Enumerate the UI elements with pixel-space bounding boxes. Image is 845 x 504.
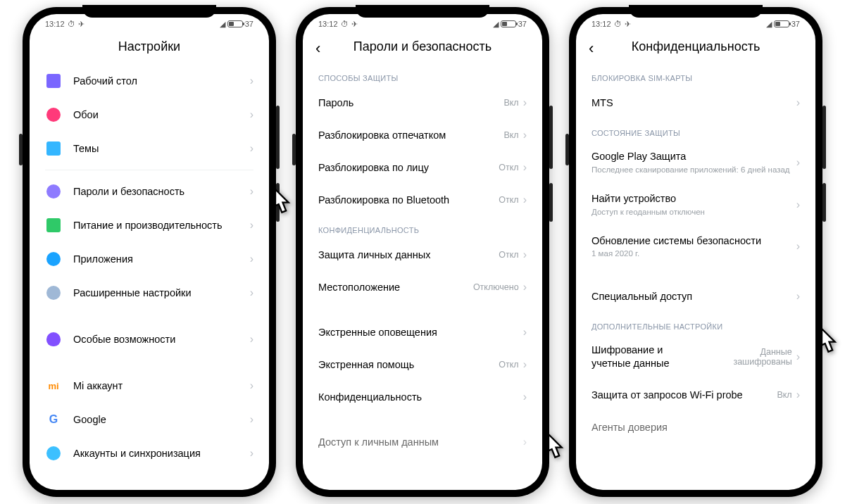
chevron-right-icon: › <box>250 185 254 198</box>
page-header: Настройки <box>30 34 269 64</box>
settings-row-accounts-sync[interactable]: Аккаунты и синхронизация › <box>30 436 269 470</box>
row-emergency-help[interactable]: Экстренная помощь Откл › <box>303 348 542 381</box>
chevron-right-icon: › <box>796 156 800 169</box>
chevron-right-icon: › <box>796 351 800 363</box>
telegram-icon: ✈ <box>625 20 631 29</box>
row-bluetooth-unlock[interactable]: Разблокировка по Bluetooth Откл › <box>303 184 542 216</box>
settings-row-desktop[interactable]: Рабочий стол › <box>30 64 269 98</box>
row-fingerprint[interactable]: Разблокировка отпечатком Вкл › <box>303 119 542 151</box>
telegram-icon: ✈ <box>351 20 358 29</box>
section-label-privacy: КОНФИДЕНЦИАЛЬНОСТЬ <box>303 216 542 239</box>
battery-pct: 37 <box>245 20 254 28</box>
status-bar: 13:12⏱✈ ◢37 <box>303 14 542 34</box>
page-header: ‹ Конфиденциальность <box>576 34 815 64</box>
chevron-right-icon: › <box>523 96 527 109</box>
chevron-right-icon: › <box>250 108 254 121</box>
chevron-right-icon: › <box>796 199 800 211</box>
row-confidentiality[interactable]: Конфиденциальность › <box>303 381 542 413</box>
clock: 13:12 <box>592 20 611 28</box>
chevron-right-icon: › <box>250 219 254 232</box>
row-encryption-credentials[interactable]: Шифрование и учетные данные Данные зашиф… <box>576 335 815 379</box>
settings-row-themes[interactable]: Темы › <box>30 132 269 165</box>
chevron-right-icon: › <box>796 240 800 253</box>
section-label-protection-state: СОСТОЯНИЕ ЗАЩИТЫ <box>576 119 815 141</box>
row-find-device[interactable]: Найти устройство Доступ к геоданным откл… <box>576 184 815 226</box>
status-bar: 13:12⏱✈ ◢37 <box>576 14 815 34</box>
battery-icon <box>45 217 62 234</box>
chevron-right-icon: › <box>523 161 527 174</box>
row-security-update[interactable]: Обновление системы безопасности 1 мая 20… <box>576 226 815 268</box>
google-logo-icon: G <box>45 411 62 428</box>
signal-icon: ◢ <box>493 20 499 29</box>
battery-pct: 37 <box>791 20 800 28</box>
clock: 13:12 <box>318 20 338 28</box>
settings-row-mi-account[interactable]: mi Mi аккаунт › <box>30 369 269 403</box>
chevron-right-icon: › <box>523 194 527 206</box>
phone-settings: 13:12⏱✈ ◢37 Настройки Рабочий стол › Обо… <box>23 7 276 497</box>
settings-row-wallpaper[interactable]: Обои › <box>30 98 269 132</box>
row-sim-mts[interactable]: MTS › <box>576 87 815 119</box>
battery-icon <box>501 20 516 27</box>
flower-icon <box>45 106 62 123</box>
row-personal-data-access[interactable]: Доступ к личным данным › <box>303 426 542 458</box>
section-label-additional: ДОПОЛНИТЕЛЬНЫЕ НАСТРОЙКИ <box>576 313 815 335</box>
settings-row-accessibility[interactable]: Особые возможности › <box>30 322 269 356</box>
chevron-right-icon: › <box>250 253 254 265</box>
phone-privacy: 13:12⏱✈ ◢37 ‹ Конфиденциальность БЛОКИРО… <box>569 7 822 497</box>
chevron-right-icon: › <box>523 248 527 261</box>
alarm-icon: ⏱ <box>614 20 622 28</box>
gear-icon <box>45 251 62 267</box>
chevron-right-icon: › <box>250 413 254 426</box>
home-icon <box>45 73 62 89</box>
alarm-icon: ⏱ <box>341 20 349 28</box>
settings-row-apps[interactable]: Приложения › <box>30 242 269 276</box>
section-label-protection: СПОСОБЫ ЗАЩИТЫ <box>303 64 542 87</box>
row-location[interactable]: Местоположение Отключено › <box>303 271 542 303</box>
row-trust-agents[interactable]: Агенты доверия <box>576 411 815 443</box>
status-bar: 13:12⏱✈ ◢37 <box>30 14 269 34</box>
accessibility-icon <box>45 331 62 348</box>
row-special-access[interactable]: Специальный доступ › <box>576 280 815 313</box>
telegram-icon: ✈ <box>78 20 84 29</box>
row-face-unlock[interactable]: Разблокировка по лицу Откл › <box>303 151 542 184</box>
row-wifi-probe-protection[interactable]: Защита от запросов Wi-Fi probe Вкл › <box>576 379 815 411</box>
back-button[interactable]: ‹ <box>315 41 320 56</box>
chevron-right-icon: › <box>796 290 800 303</box>
chevron-right-icon: › <box>523 358 527 371</box>
settings-row-advanced[interactable]: Расширенные настройки › <box>30 276 269 310</box>
signal-icon: ◢ <box>220 20 225 29</box>
mi-logo-icon: mi <box>45 377 62 394</box>
chevron-right-icon: › <box>523 326 527 339</box>
page-title: Настройки <box>30 39 269 54</box>
signal-icon: ◢ <box>766 20 772 29</box>
row-personal-data-protection[interactable]: Защита личных данных Откл › <box>303 239 542 271</box>
chevron-right-icon: › <box>250 75 254 87</box>
row-emergency-alerts[interactable]: Экстренные оповещения › <box>303 316 542 348</box>
page-title: Конфиденциальность <box>576 39 815 54</box>
sync-icon <box>45 445 62 462</box>
battery-pct: 37 <box>518 20 527 28</box>
chevron-right-icon: › <box>250 286 254 299</box>
chevron-right-icon: › <box>250 142 254 155</box>
battery-icon <box>227 20 243 27</box>
clock: 13:12 <box>45 20 65 28</box>
battery-icon <box>774 20 789 27</box>
settings-row-google[interactable]: G Google › <box>30 403 269 436</box>
row-password[interactable]: Пароль Вкл › <box>303 87 542 119</box>
chevron-right-icon: › <box>796 389 800 401</box>
chevron-right-icon: › <box>250 379 254 392</box>
settings-row-security[interactable]: Пароли и безопасность › <box>30 175 269 208</box>
page-header: ‹ Пароли и безопасность <box>303 34 542 64</box>
chevron-right-icon: › <box>250 333 254 346</box>
shield-icon <box>45 183 62 200</box>
phone-passwords-security: 13:12⏱✈ ◢37 ‹ Пароли и безопасность СПОС… <box>296 7 549 497</box>
section-label-sim-lock: БЛОКИРОВКА SIM-КАРТЫ <box>576 64 815 87</box>
page-title: Пароли и безопасность <box>303 39 542 54</box>
chevron-right-icon: › <box>523 436 527 448</box>
row-google-play-protect[interactable]: Google Play Защита Последнее сканировани… <box>576 141 815 184</box>
chevron-right-icon: › <box>796 96 800 109</box>
settings-row-power[interactable]: Питание и производительность › <box>30 208 269 242</box>
brush-icon <box>45 140 62 157</box>
chevron-right-icon: › <box>523 129 527 141</box>
back-button[interactable]: ‹ <box>589 41 594 56</box>
